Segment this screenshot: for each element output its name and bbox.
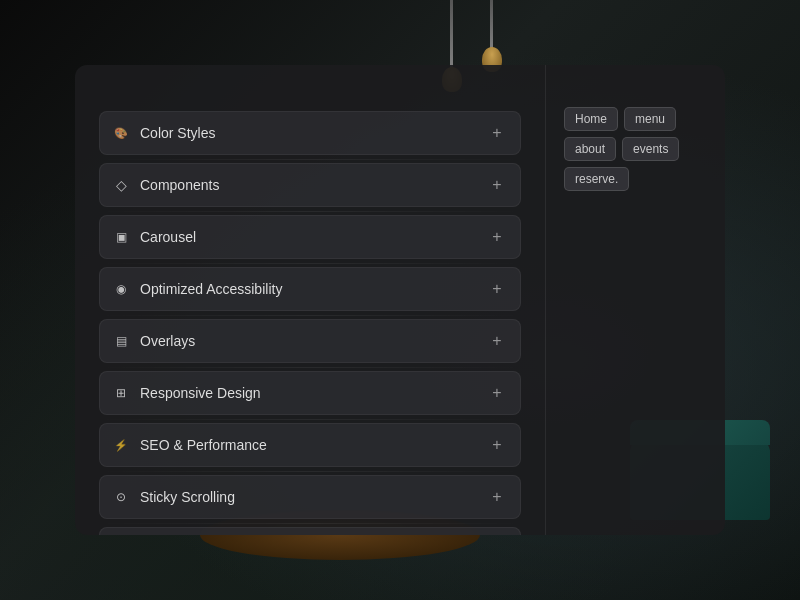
feature-add-btn-color-styles[interactable]: +	[486, 122, 508, 144]
scroll-icon	[112, 488, 130, 506]
feature-item-left-optimized-accessibility: Optimized Accessibility	[112, 280, 282, 298]
page-tag-home[interactable]: Home	[564, 107, 618, 131]
feature-item-left-overlays: Overlays	[112, 332, 195, 350]
feature-add-btn-seo-performance[interactable]: +	[486, 434, 508, 456]
eye-icon	[112, 280, 130, 298]
feature-item-seo-performance[interactable]: SEO & Performance +	[99, 423, 521, 467]
feature-item-overlays[interactable]: Overlays +	[99, 319, 521, 363]
feature-item-responsive-design[interactable]: Responsive Design +	[99, 371, 521, 415]
feature-label-seo-performance: SEO & Performance	[140, 437, 267, 453]
feature-item-color-styles[interactable]: Color Styles +	[99, 111, 521, 155]
feature-add-btn-responsive-design[interactable]: +	[486, 382, 508, 404]
feature-item-optimized-accessibility[interactable]: Optimized Accessibility +	[99, 267, 521, 311]
diamond-icon	[112, 176, 130, 194]
feature-divider-1	[99, 211, 521, 212]
bolt-icon	[112, 436, 130, 454]
features-list: Color Styles + Components + Carousel + O…	[99, 111, 521, 535]
feature-label-color-styles: Color Styles	[140, 125, 215, 141]
feature-item-left-carousel: Carousel	[112, 228, 196, 246]
feature-item-left-sticky-scrolling: Sticky Scrolling	[112, 488, 235, 506]
feature-add-btn-components[interactable]: +	[486, 174, 508, 196]
layers-icon	[112, 332, 130, 350]
page-tag-events[interactable]: events	[622, 137, 679, 161]
feature-divider-5	[99, 419, 521, 420]
page-tag-reserve[interactable]: reserve.	[564, 167, 629, 191]
feature-add-btn-sticky-scrolling[interactable]: +	[486, 486, 508, 508]
feature-label-optimized-accessibility: Optimized Accessibility	[140, 281, 282, 297]
feature-label-carousel: Carousel	[140, 229, 196, 245]
feature-item-sticky-scrolling[interactable]: Sticky Scrolling +	[99, 475, 521, 519]
page-tag-menu[interactable]: menu	[624, 107, 676, 131]
feature-item-left-seo-performance: SEO & Performance	[112, 436, 267, 454]
feature-item-left-responsive-design: Responsive Design	[112, 384, 261, 402]
feature-divider-2	[99, 263, 521, 264]
main-panel: Color Styles + Components + Carousel + O…	[75, 65, 725, 535]
feature-divider-7	[99, 523, 521, 524]
grid-icon	[112, 384, 130, 402]
feature-add-btn-optimized-accessibility[interactable]: +	[486, 278, 508, 300]
feature-add-btn-carousel[interactable]: +	[486, 226, 508, 248]
palette-icon	[112, 124, 130, 142]
feature-divider-6	[99, 471, 521, 472]
page-tag-about[interactable]: about	[564, 137, 616, 161]
feature-divider-4	[99, 367, 521, 368]
feature-divider-0	[99, 159, 521, 160]
pages-section: Homemenuabouteventsreserve.	[545, 65, 725, 535]
feature-item-text-styles[interactable]: Text Styles +	[99, 527, 521, 535]
square-icon	[112, 228, 130, 246]
feature-item-left-components: Components	[112, 176, 219, 194]
feature-divider-3	[99, 315, 521, 316]
pages-grid: Homemenuabouteventsreserve.	[564, 107, 707, 191]
feature-item-left-color-styles: Color Styles	[112, 124, 215, 142]
feature-item-carousel[interactable]: Carousel +	[99, 215, 521, 259]
feature-label-sticky-scrolling: Sticky Scrolling	[140, 489, 235, 505]
feature-label-components: Components	[140, 177, 219, 193]
feature-add-btn-overlays[interactable]: +	[486, 330, 508, 352]
feature-label-overlays: Overlays	[140, 333, 195, 349]
feature-label-responsive-design: Responsive Design	[140, 385, 261, 401]
features-section: Color Styles + Components + Carousel + O…	[75, 65, 545, 535]
lamp-decoration-2	[490, 0, 493, 60]
feature-item-components[interactable]: Components +	[99, 163, 521, 207]
